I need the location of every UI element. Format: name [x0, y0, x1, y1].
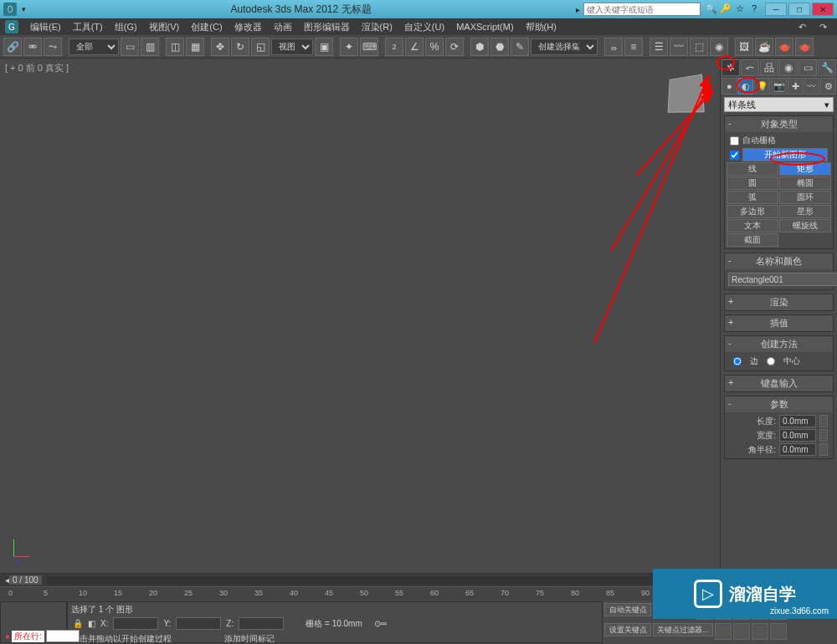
viewcube[interactable]: [668, 74, 705, 112]
btn-ellipse[interactable]: 椭圆: [779, 176, 831, 190]
unlink-icon[interactable]: ⚮: [23, 38, 42, 56]
x-input[interactable]: [113, 617, 158, 630]
close-button[interactable]: ✕: [812, 3, 834, 16]
bind-icon[interactable]: ⤳: [44, 38, 62, 56]
btn-line[interactable]: 线: [727, 162, 778, 176]
menu-create[interactable]: 创建(C): [186, 21, 227, 33]
sub-geometry[interactable]: ●: [721, 78, 737, 95]
search-input[interactable]: [583, 3, 701, 16]
set-key-button[interactable]: 设置关键点: [604, 623, 651, 636]
tab-motion[interactable]: ◉: [779, 59, 798, 76]
width-input[interactable]: 0.0mm: [779, 429, 816, 442]
search-chevron-icon[interactable]: ▸: [576, 5, 580, 14]
help-icon[interactable]: ?: [748, 3, 760, 15]
magnet-icon[interactable]: ⬢: [470, 38, 489, 56]
nav-max-icon[interactable]: [770, 623, 787, 640]
rollout-params[interactable]: -参数: [725, 396, 833, 412]
btn-section[interactable]: 截面: [727, 233, 778, 247]
sub-shapes[interactable]: ◐: [738, 78, 754, 95]
sub-systems[interactable]: ⚙: [820, 78, 836, 95]
btn-text[interactable]: 文本: [727, 219, 778, 233]
curve-editor-icon[interactable]: 〰: [670, 38, 688, 56]
snap-angle-icon[interactable]: ∠: [405, 38, 424, 56]
btn-donut[interactable]: 圆环: [779, 191, 831, 204]
z-input[interactable]: [239, 617, 284, 630]
btn-arc[interactable]: 弧: [727, 191, 778, 204]
rollout-kbd[interactable]: +键盘输入: [725, 376, 833, 391]
render-setup-icon[interactable]: 🖼: [735, 38, 753, 56]
move-icon[interactable]: ✥: [211, 38, 229, 56]
auto-grid-checkbox[interactable]: [730, 136, 739, 146]
rotate-icon[interactable]: ↻: [231, 38, 249, 56]
category-dropdown[interactable]: 样条线▾: [724, 97, 834, 112]
redo-icon[interactable]: ↷: [814, 22, 832, 33]
named-selection[interactable]: 创建选择集: [531, 38, 598, 55]
selection-filter[interactable]: 全部: [69, 38, 119, 55]
nav-zoom-icon[interactable]: [733, 623, 750, 640]
viewport[interactable]: [ + 0 前 0 真实 ]: [0, 59, 720, 573]
btn-circle[interactable]: 圆: [727, 176, 778, 190]
menu-modifier[interactable]: 修改器: [229, 21, 267, 33]
btn-ngon[interactable]: 多边形: [727, 205, 778, 218]
layers-icon[interactable]: ☰: [650, 38, 668, 56]
menu-render[interactable]: 渲染(R): [357, 21, 398, 33]
pivot-icon[interactable]: ▣: [315, 38, 333, 56]
star-icon[interactable]: ☆: [734, 3, 746, 15]
window-crossing-icon[interactable]: ▦: [186, 38, 204, 56]
start-new-shape-button[interactable]: 开始新图形: [742, 148, 828, 161]
rollout-interp[interactable]: +插值: [725, 315, 833, 331]
minimize-button[interactable]: ─: [765, 3, 787, 16]
key-icon[interactable]: 🔑: [720, 3, 732, 15]
schematic-icon[interactable]: ⬚: [690, 38, 708, 56]
menu-anim[interactable]: 动画: [269, 21, 297, 33]
menu-gedit[interactable]: 图形编辑器: [299, 21, 355, 33]
binoculars-icon[interactable]: 🔍: [706, 3, 717, 15]
app-menu-icon[interactable]: G: [5, 20, 18, 33]
time-slider[interactable]: 0 / 100: [9, 575, 42, 585]
render-prod-icon[interactable]: 🫖: [775, 38, 793, 56]
object-name-input[interactable]: [728, 273, 837, 286]
btn-rectangle[interactable]: 矩形: [779, 162, 831, 176]
rollout-object-type[interactable]: -对象类型: [725, 116, 833, 132]
snap-spinner-icon[interactable]: ⟳: [445, 38, 464, 56]
render-icon[interactable]: 🫖: [795, 38, 814, 56]
viewport-label[interactable]: [ + 0 前 0 真实 ]: [5, 62, 69, 74]
undo-icon[interactable]: ↶: [793, 22, 811, 33]
app-icon[interactable]: ⬯: [3, 3, 17, 16]
radio-edge[interactable]: [733, 357, 742, 365]
y-input[interactable]: [176, 617, 221, 630]
auto-key-button[interactable]: 自动关键点: [604, 603, 651, 616]
add-time-marker[interactable]: 添加时间标记: [224, 634, 275, 643]
material-icon[interactable]: ◉: [710, 38, 728, 56]
magnet2-icon[interactable]: ⬣: [490, 38, 509, 56]
ref-coord-dropdown[interactable]: 视图: [271, 38, 313, 55]
length-spinner[interactable]: [819, 415, 828, 427]
length-input[interactable]: 0.0mm: [779, 415, 816, 427]
menu-tools[interactable]: 工具(T): [68, 21, 108, 33]
now-input[interactable]: [46, 630, 80, 642]
coord-mode-icon[interactable]: ◧: [88, 619, 95, 628]
mirror-icon[interactable]: ⏛: [604, 38, 623, 56]
rollout-render[interactable]: +渲染: [725, 294, 833, 310]
cradius-spinner[interactable]: [819, 443, 828, 456]
sub-lights[interactable]: 💡: [754, 78, 770, 95]
link-icon[interactable]: 🔗: [3, 38, 22, 56]
edit-named-icon[interactable]: ✎: [511, 38, 529, 56]
nav-orbit-icon[interactable]: [752, 623, 768, 640]
menu-custom[interactable]: 自定义(U): [399, 21, 449, 33]
sub-cameras[interactable]: 📷: [771, 78, 787, 95]
nav-pan-icon[interactable]: [715, 623, 732, 640]
align-icon[interactable]: ≡: [624, 38, 643, 56]
btn-helix[interactable]: 螺旋线: [779, 219, 831, 233]
manipulate-icon[interactable]: ✦: [340, 38, 358, 56]
menu-help[interactable]: 帮助(H): [521, 21, 562, 33]
menu-group[interactable]: 组(G): [110, 21, 142, 33]
start-new-checkbox[interactable]: [730, 151, 739, 160]
rollout-name-color[interactable]: -名称和颜色: [725, 253, 833, 269]
select-name-icon[interactable]: ▥: [141, 38, 159, 56]
tab-display[interactable]: ▭: [798, 59, 817, 76]
snap-percent-icon[interactable]: %: [425, 38, 444, 56]
menu-view[interactable]: 视图(V): [144, 21, 185, 33]
tab-create[interactable]: ✲: [721, 59, 740, 76]
select-icon[interactable]: ▭: [121, 38, 139, 56]
